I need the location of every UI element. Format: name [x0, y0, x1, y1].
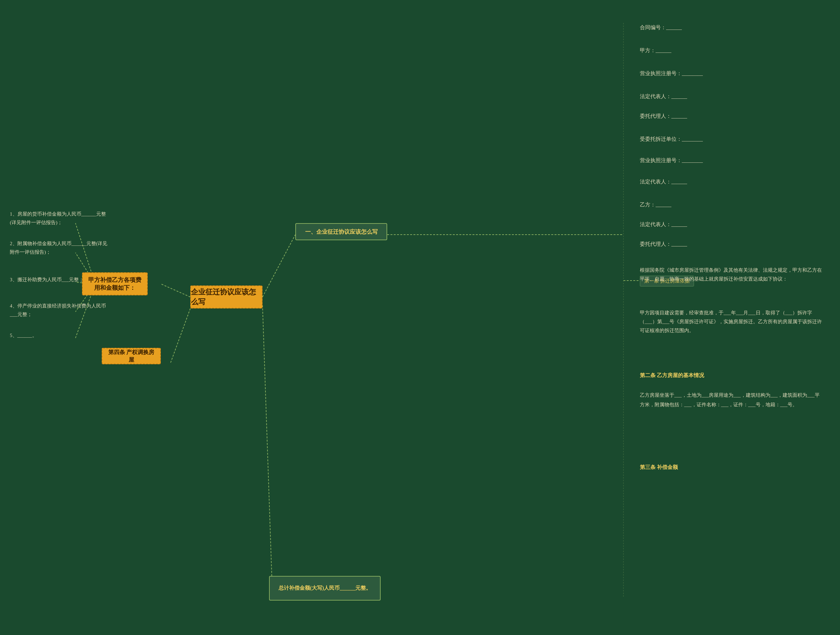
doc-panel: 合同编号：______ 甲方：______ 营业执照注册号：________ 法…: [640, 6, 830, 627]
branch-compensation: 甲方补偿乙方各项费用和金额如下：: [82, 272, 148, 295]
section-main: 一、企业征迁协议应该怎么写: [295, 223, 387, 240]
left-item-4: 4、停产停业的直接经济损失补偿费为人民币___元整；: [10, 302, 112, 319]
doc-line-bizreg2: 营业执照注册号：________: [640, 156, 703, 165]
doc-line-legal3-text: 法定代表人：______: [640, 221, 687, 227]
doc-line-legal1: 法定代表人：______: [640, 92, 687, 101]
doc-article3-title: 第三条 补偿金额: [640, 463, 678, 472]
left-item-5: 5、______。: [10, 332, 37, 340]
doc-line-contract: 合同编号：______: [640, 23, 682, 33]
doc-line-bizreg1-text: 营业执照注册号：________: [640, 71, 703, 76]
central-node: 企业征迁协议应该怎么写: [190, 286, 262, 308]
doc-line-agent1: 委托代理人：______: [640, 112, 687, 121]
svg-line-3: [171, 308, 190, 363]
doc-article1-content-text: 甲方因项目建设需要，经审查批准，于___年___月___日，取得了（___）拆许…: [640, 310, 822, 333]
left-item-1-text: 1、房屋的货币补偿金额为人民币______元整(详见附件一评估报告)；: [10, 211, 106, 225]
mind-map: 企业征迁协议应该怎么写 甲方补偿乙方各项费用和金额如下： 第四条 产权调换房屋 …: [0, 0, 840, 635]
left-item-3: 3、搬迁补助费为人民币___元整；: [10, 276, 84, 284]
doc-line-trustunit: 受委托拆迁单位：________: [640, 134, 703, 144]
left-item-5-text: 5、______。: [10, 333, 37, 338]
branch-compensation-label: 甲方补偿乙方各项费用和金额如下：: [87, 276, 143, 292]
doc-line-yifang-text: 乙方：______: [640, 202, 671, 207]
doc-line-legal1-text: 法定代表人：______: [640, 93, 687, 99]
doc-line-bizreg2-text: 营业执照注册号：________: [640, 158, 703, 163]
section-main-label: 一、企业征迁协议应该怎么写: [305, 228, 378, 235]
doc-article2-content-text: 乙方房屋坐落于___，土地为___房屋用途为___，建筑结构为___，建筑面积为…: [640, 392, 819, 407]
doc-line-legal2-text: 法定代表人：______: [640, 179, 687, 185]
doc-line-trustunit-text: 受委托拆迁单位：________: [640, 136, 703, 142]
left-item-3-text: 3、搬迁补助费为人民币___元整；: [10, 277, 84, 282]
section-total-label: 总计补偿金额(大写)人民币______元整。: [279, 585, 371, 592]
doc-article2-content: 乙方房屋坐落于___，土地为___房屋用途为___，建筑结构为___，建筑面积为…: [640, 390, 824, 409]
doc-article3-title-text: 第三条 补偿金额: [640, 464, 678, 470]
doc-line-jiafang: 甲方：______: [640, 46, 671, 55]
left-item-2: 2、附属物补偿金额为人民币______元整(详见附件一评估报告)；: [10, 240, 112, 256]
central-label: 企业征迁协议应该怎么写: [191, 287, 262, 307]
doc-article2-title-text: 第二条 乙方房屋的基本情况: [640, 373, 704, 378]
section-total: 总计补偿金额(大写)人民币______元整。: [269, 576, 381, 600]
doc-para1-text: 根据国务院《城市房屋拆迁管理条例》及其他有关法律、法规之规定，甲方和乙方在平等、…: [640, 267, 822, 281]
left-item-4-text: 4、停产停业的直接经济损失补偿费为人民币___元整；: [10, 303, 106, 317]
left-item-2-text: 2、附属物补偿金额为人民币______元整(详见附件一评估报告)；: [10, 241, 107, 255]
svg-line-2: [161, 284, 190, 297]
doc-line-legal2: 法定代表人：______: [640, 177, 687, 187]
doc-line-contract-text: 合同编号：______: [640, 25, 682, 30]
branch-property: 第四条 产权调换房屋: [102, 348, 161, 364]
doc-article1-content: 甲方因项目建设需要，经审查批准，于___年___月___日，取得了（___）拆许…: [640, 308, 824, 335]
doc-line-bizreg1: 营业执照注册号：________: [640, 69, 703, 79]
doc-line-agent2: 委托代理人：______: [640, 240, 687, 249]
doc-line-yifang: 乙方：______: [640, 200, 671, 210]
left-item-1: 1、房屋的货币补偿金额为人民币______元整(详见附件一评估报告)；: [10, 210, 112, 227]
svg-line-0: [262, 235, 295, 297]
doc-para1: 根据国务院《城市房屋拆迁管理条例》及其他有关法律、法规之规定，甲方和乙方在平等、…: [640, 266, 824, 284]
doc-line-legal3: 法定代表人：______: [640, 220, 687, 229]
doc-line-jiafang-text: 甲方：______: [640, 47, 671, 53]
doc-line-agent2-text: 委托代理人：______: [640, 241, 687, 247]
doc-article2-title: 第二条 乙方房屋的基本情况: [640, 371, 704, 380]
branch-property-label: 第四条 产权调换房屋: [106, 349, 156, 363]
doc-line-agent1-text: 委托代理人：______: [640, 113, 687, 119]
svg-line-1: [262, 305, 272, 592]
